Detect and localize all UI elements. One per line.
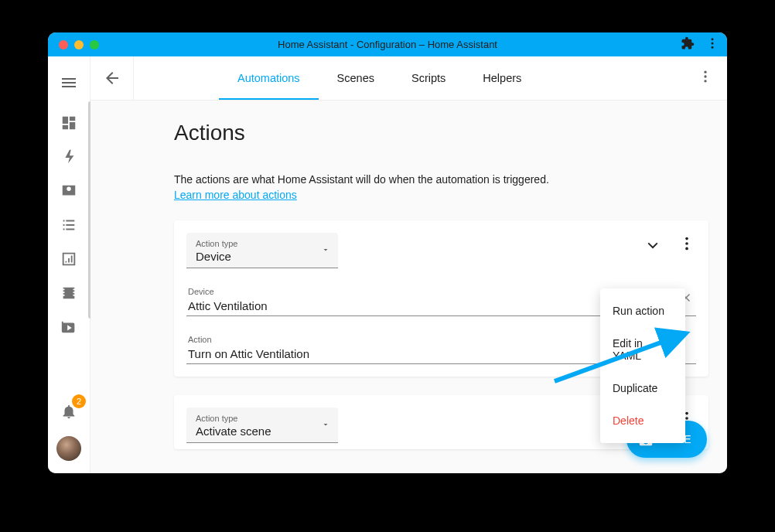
chart-icon[interactable] xyxy=(53,244,84,275)
user-avatar[interactable] xyxy=(56,436,81,461)
tab-scenes[interactable]: Scenes xyxy=(319,56,393,100)
caret-down-icon xyxy=(321,244,330,257)
back-button[interactable] xyxy=(90,56,134,100)
film-icon[interactable] xyxy=(53,278,84,309)
app-window: Home Assistant - Configuration – Home As… xyxy=(48,32,727,473)
menu-edit-yaml[interactable]: Edit in YAML xyxy=(600,327,685,372)
window-minimize-button[interactable] xyxy=(74,40,84,49)
card-overflow-menu[interactable] xyxy=(678,234,696,253)
tab-scripts[interactable]: Scripts xyxy=(393,56,464,100)
move-down-button[interactable] xyxy=(644,234,662,253)
tab-helpers[interactable]: Helpers xyxy=(464,56,540,100)
action-type-select[interactable]: Action type Activate scene xyxy=(186,408,338,443)
notifications-button[interactable]: 2 xyxy=(53,396,84,427)
svg-point-1 xyxy=(712,42,714,44)
learn-more-link[interactable]: Learn more about actions xyxy=(174,189,297,201)
svg-point-9 xyxy=(685,412,688,415)
action-context-menu: Run action Edit in YAML Duplicate Delete xyxy=(600,288,685,443)
svg-point-2 xyxy=(712,46,714,48)
dashboard-icon[interactable] xyxy=(53,107,84,138)
svg-point-7 xyxy=(685,242,688,245)
menu-duplicate[interactable]: Duplicate xyxy=(600,372,685,404)
media-icon[interactable] xyxy=(53,312,84,343)
section-description: The actions are what Home Assistant will… xyxy=(174,173,708,186)
person-icon[interactable] xyxy=(53,176,84,206)
svg-point-10 xyxy=(685,417,688,420)
energy-icon[interactable] xyxy=(53,142,84,172)
action-type-value: Device xyxy=(196,250,329,263)
svg-point-8 xyxy=(685,247,688,251)
tab-automations[interactable]: Automations xyxy=(219,56,319,100)
menu-delete[interactable]: Delete xyxy=(600,404,685,437)
caret-down-icon xyxy=(321,418,330,432)
window-maximize-button[interactable] xyxy=(90,40,99,49)
window-close-button[interactable] xyxy=(59,40,68,49)
action-type-value: Activate scene xyxy=(196,425,329,438)
section-title: Actions xyxy=(174,121,708,145)
browser-menu-icon[interactable] xyxy=(705,36,719,53)
notification-count-badge: 2 xyxy=(72,394,86,408)
main-content: Automations Scenes Scripts Helpers Actio… xyxy=(90,56,727,473)
topbar: Automations Scenes Scripts Helpers xyxy=(90,56,727,101)
extensions-icon[interactable] xyxy=(681,36,695,53)
svg-point-5 xyxy=(704,80,706,82)
sidebar: 2 xyxy=(48,56,90,473)
list-icon[interactable] xyxy=(53,210,84,240)
menu-run-action[interactable]: Run action xyxy=(600,295,685,327)
hamburger-menu-button[interactable] xyxy=(53,67,84,98)
svg-point-3 xyxy=(704,71,706,73)
svg-point-4 xyxy=(704,75,706,77)
action-type-label: Action type xyxy=(196,239,329,248)
svg-point-0 xyxy=(712,38,714,40)
window-title: Home Assistant - Configuration – Home As… xyxy=(48,39,727,50)
titlebar: Home Assistant - Configuration – Home As… xyxy=(48,32,727,56)
svg-point-6 xyxy=(685,237,688,240)
traffic-lights xyxy=(48,40,99,49)
tabs: Automations Scenes Scripts Helpers xyxy=(219,56,540,100)
topbar-overflow-menu[interactable] xyxy=(698,69,713,87)
action-type-select[interactable]: Action type Device xyxy=(186,233,338,268)
action-type-label: Action type xyxy=(196,414,329,423)
